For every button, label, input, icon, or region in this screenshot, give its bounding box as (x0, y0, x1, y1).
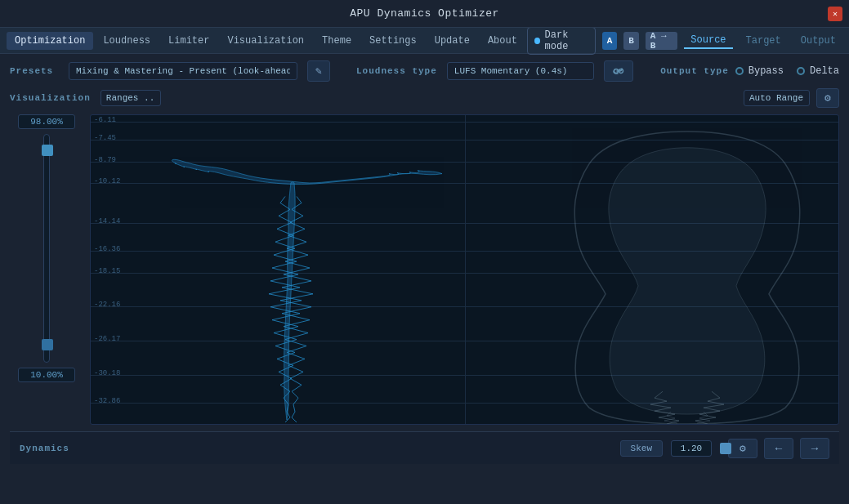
preset-dropdown[interactable]: Mixing & Mastering - Present (look-ahead… (69, 62, 297, 80)
menu-item-loudness[interactable]: Loudness (95, 32, 159, 50)
grid-label-4: -14.14 (94, 217, 120, 225)
viz-header-row: Visualization Ranges .. Auto Range ⚙ (10, 88, 839, 108)
visualization-area: 98.00% 10.00% -6.11 -7.45 -8.79 (10, 114, 839, 425)
toolbar-right: Dark mode A B A → B Source Target Output (527, 27, 842, 55)
dynamics-label: Dynamics (20, 444, 77, 453)
viz-slider-track[interactable] (43, 134, 50, 363)
menu-item-optimization[interactable]: Optimization (7, 32, 93, 50)
delta-radio[interactable]: Delta (797, 65, 839, 77)
grid-label-10: -32.86 (94, 397, 120, 405)
controls-row: Presets Mixing & Mastering - Present (lo… (10, 60, 839, 82)
viz-slider-thumb-top[interactable] (42, 145, 53, 156)
grid-label-7: -22.16 (94, 301, 120, 309)
btn-a[interactable]: A (602, 32, 617, 50)
viz-settings-button[interactable]: ⚙ (816, 88, 839, 108)
edit-preset-button[interactable]: ✎ (307, 60, 330, 82)
output-type-group: Output type Bypass Delta (660, 65, 839, 77)
menu-bar: Optimization Loudness Limiter Visualizat… (0, 28, 849, 54)
tab-target[interactable]: Target (740, 33, 788, 48)
menu-item-update[interactable]: Update (427, 32, 478, 50)
btn-ab[interactable]: A → B (646, 32, 678, 50)
grid-label-5: -16.36 (94, 245, 120, 253)
viz-slider-controls: 98.00% 10.00% (10, 114, 83, 382)
dark-mode-indicator (534, 38, 540, 44)
dark-mode-toggle[interactable]: Dark mode (527, 27, 596, 55)
grid-label-9: -30.18 (94, 369, 120, 377)
title-bar: APU Dynamics Optimizer ✕ (0, 0, 849, 28)
presets-label: Presets (10, 66, 59, 76)
delta-radio-dot (797, 67, 805, 75)
bypass-label: Bypass (748, 65, 784, 77)
dynamics-gear-button[interactable]: ⚙ (728, 439, 757, 458)
delta-label: Delta (810, 65, 839, 77)
menu-item-settings[interactable]: Settings (361, 32, 425, 50)
loudness-dropdown[interactable]: LUFS Momentary (0.4s) (447, 62, 594, 80)
main-content: Presets Mixing & Mastering - Present (lo… (0, 54, 849, 504)
skew-button[interactable]: Skew (620, 440, 663, 457)
menu-item-about[interactable]: About (480, 32, 525, 50)
output-waveform (491, 115, 839, 424)
dynamics-right-controls: ⚙ ← → (728, 438, 829, 459)
menu-item-theme[interactable]: Theme (314, 32, 360, 50)
grid-label-6: -18.15 (94, 267, 120, 275)
grid-label-2: -8.79 (94, 156, 116, 164)
btn-b[interactable]: B (623, 32, 638, 50)
menu-item-visualization[interactable]: Visualization (219, 32, 312, 50)
loudness-label: Loudness type (356, 66, 437, 76)
dynamics-bar: Dynamics Skew 1.20 ⚙ ← → (10, 431, 839, 464)
top-percent-display: 98.00% (18, 114, 75, 129)
visualization-label: Visualization (10, 93, 91, 103)
svg-point-0 (614, 69, 618, 74)
dark-mode-label: Dark mode (545, 29, 588, 52)
grid-label-1: -7.45 (94, 134, 116, 142)
skew-slider-thumb[interactable] (720, 443, 731, 454)
link-button[interactable] (604, 60, 633, 82)
source-waveform (132, 115, 491, 424)
tab-source[interactable]: Source (684, 33, 732, 49)
grid-label-3: -10.12 (94, 177, 120, 185)
bypass-radio-dot (735, 67, 744, 75)
window-title: APU Dynamics Optimizer (350, 7, 499, 20)
output-label: Output type (660, 66, 729, 76)
viz-slider-thumb-bottom[interactable] (42, 339, 53, 350)
bottom-percent-display: 10.00% (18, 368, 75, 382)
bypass-radio[interactable]: Bypass (735, 65, 784, 77)
auto-range-dropdown[interactable]: Auto Range (744, 90, 810, 106)
range-dropdown[interactable]: Ranges .. (101, 90, 161, 106)
link-icon (612, 66, 625, 76)
visualization-canvas: -6.11 -7.45 -8.79 -10.12 -14.14 -16.36 (90, 114, 839, 425)
prev-button[interactable]: ← (764, 438, 793, 459)
next-button[interactable]: → (800, 438, 829, 459)
tab-output[interactable]: Output (794, 33, 842, 48)
menu-item-limiter[interactable]: Limiter (160, 32, 217, 50)
grid-label-8: -26.17 (94, 335, 120, 343)
grid-label-0: -6.11 (94, 116, 116, 124)
close-button[interactable]: ✕ (828, 7, 842, 21)
skew-value-display: 1.20 (671, 440, 712, 457)
